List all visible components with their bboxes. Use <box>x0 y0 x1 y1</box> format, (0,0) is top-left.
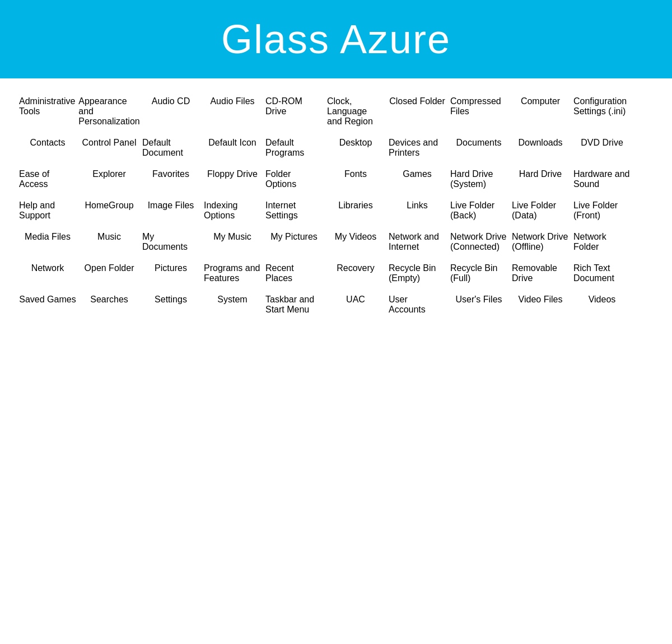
icon-item-compressed-files[interactable]: Compressed Files <box>448 90 510 131</box>
icon-item-computer[interactable]: Computer <box>510 90 571 131</box>
icon-item-clock-language-region[interactable]: Clock, Language and Region <box>325 90 386 131</box>
icon-item-taskbar-start[interactable]: Taskbar and Start Menu <box>263 288 325 319</box>
icon-item-indexing-options[interactable]: Indexing Options <box>202 194 263 225</box>
icon-item-pictures[interactable]: Pictures <box>140 256 202 288</box>
icon-item-explorer[interactable]: Explorer <box>78 162 140 194</box>
icon-item-appearance-personalization[interactable]: Appearance and Personalization <box>78 90 140 131</box>
icon-item-hard-drive-system[interactable]: Hard Drive (System) <box>448 162 510 194</box>
icon-item-users-files[interactable]: User's Files <box>448 288 510 319</box>
icon-item-my-documents[interactable]: My Documents <box>140 225 202 256</box>
icon-item-libraries[interactable]: Libraries <box>325 194 386 225</box>
icon-item-network-drive-offline[interactable]: Network Drive (Offline) <box>510 225 571 256</box>
icon-item-internet-settings[interactable]: Internet Settings <box>263 194 325 225</box>
icon-item-hard-drive[interactable]: Hard Drive <box>510 162 571 194</box>
icon-item-live-folder-data[interactable]: Live Folder (Data) <box>510 194 571 225</box>
icon-item-image-files[interactable]: Image Files <box>140 194 202 225</box>
icon-item-saved-games[interactable]: Saved Games <box>17 288 78 319</box>
icon-item-default-programs[interactable]: Default Programs <box>263 131 325 162</box>
icon-item-removable-drive[interactable]: Removable Drive <box>510 256 571 288</box>
icon-item-music[interactable]: Music <box>78 225 140 256</box>
icon-item-configuration-settings[interactable]: Configuration Settings (.ini) <box>571 90 633 131</box>
icon-item-audio-cd[interactable]: Audio CD <box>140 90 202 131</box>
icon-item-dvd-drive[interactable]: DVD Drive <box>571 131 633 162</box>
icon-item-floppy-drive[interactable]: Floppy Drive <box>202 162 263 194</box>
icon-item-games[interactable]: Games <box>386 162 448 194</box>
icon-item-contacts[interactable]: Contacts <box>17 131 78 162</box>
icon-item-network[interactable]: Network <box>17 256 78 288</box>
icon-item-network-drive-connected[interactable]: Network Drive (Connected) <box>448 225 510 256</box>
icon-item-audio-files[interactable]: Audio Files <box>202 90 263 131</box>
icon-item-help-support[interactable]: Help and Support <box>17 194 78 225</box>
icon-item-favorites[interactable]: Favorites <box>140 162 202 194</box>
icon-item-devices-printers[interactable]: Devices and Printers <box>386 131 448 162</box>
icon-item-user-accounts[interactable]: User Accounts <box>386 288 448 319</box>
icon-item-my-pictures[interactable]: My Pictures <box>263 225 325 256</box>
icon-item-rich-text[interactable]: Rich Text Document <box>571 256 633 288</box>
icon-item-default-document[interactable]: Default Document <box>140 131 202 162</box>
icon-item-administrative-tools[interactable]: Administrative Tools <box>17 90 78 131</box>
icon-item-hardware-sound[interactable]: Hardware and Sound <box>571 162 633 194</box>
header-title: Glass Azure <box>221 16 451 62</box>
icon-item-searches[interactable]: Searches <box>78 288 140 319</box>
icon-item-links[interactable]: Links <box>386 194 448 225</box>
icon-item-my-videos[interactable]: My Videos <box>325 225 386 256</box>
icon-item-open-folder[interactable]: Open Folder <box>78 256 140 288</box>
icon-item-live-folder-back[interactable]: Live Folder (Back) <box>448 194 510 225</box>
icon-item-recent-places[interactable]: Recent Places <box>263 256 325 288</box>
icon-item-my-music[interactable]: My Music <box>202 225 263 256</box>
icon-item-closed-folder[interactable]: Closed Folder <box>386 90 448 131</box>
icon-item-system[interactable]: System <box>202 288 263 319</box>
icon-item-fonts[interactable]: Fonts <box>325 162 386 194</box>
icon-item-recovery[interactable]: Recovery <box>325 256 386 288</box>
icon-item-recycle-bin-full[interactable]: Recycle Bin (Full) <box>448 256 510 288</box>
icon-item-uac[interactable]: UAC <box>325 288 386 319</box>
header: Glass Azure <box>0 0 672 78</box>
icon-item-ease-of-access[interactable]: Ease of Access <box>17 162 78 194</box>
icon-item-documents[interactable]: Documents <box>448 131 510 162</box>
icon-item-videos[interactable]: Videos <box>571 288 633 319</box>
icon-item-media-files[interactable]: Media Files <box>17 225 78 256</box>
icon-item-recycle-bin-empty[interactable]: Recycle Bin (Empty) <box>386 256 448 288</box>
icon-item-programs-features[interactable]: Programs and Features <box>202 256 263 288</box>
icon-item-downloads[interactable]: Downloads <box>510 131 571 162</box>
icon-item-default-icon[interactable]: Default Icon <box>202 131 263 162</box>
icon-item-folder-options[interactable]: Folder Options <box>263 162 325 194</box>
icon-item-control-panel[interactable]: Control Panel <box>78 131 140 162</box>
icon-item-network-internet[interactable]: Network and Internet <box>386 225 448 256</box>
icon-item-video-files[interactable]: Video Files <box>510 288 571 319</box>
icon-item-live-folder-front[interactable]: Live Folder (Front) <box>571 194 633 225</box>
icon-item-homegroup[interactable]: HomeGroup <box>78 194 140 225</box>
icon-item-network-folder[interactable]: Network Folder <box>571 225 633 256</box>
icon-item-settings[interactable]: Settings <box>140 288 202 319</box>
icon-item-desktop[interactable]: Desktop <box>325 131 386 162</box>
icons-grid: Administrative ToolsAppearance and Perso… <box>0 78 672 330</box>
icon-item-cd-rom-drive[interactable]: CD-ROM Drive <box>263 90 325 131</box>
